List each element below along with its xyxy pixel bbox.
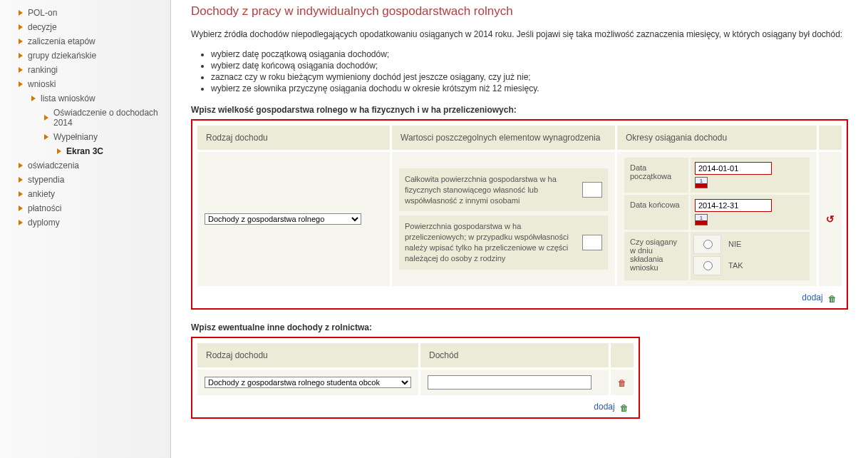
sidebar-item[interactable]: Ekran 3C bbox=[6, 144, 170, 158]
sidebar-item[interactable]: zaliczenia etapów bbox=[6, 34, 170, 49]
values-cell: Całkowita powierzchnia gospodarstwa w ha… bbox=[392, 152, 615, 286]
bullet-icon bbox=[19, 53, 23, 58]
sidebar-item[interactable]: POL-on bbox=[6, 6, 170, 20]
sidebar: POL-ondecyzjezaliczenia etapówgrupy dzie… bbox=[0, 0, 171, 458]
sidebar-item-label: rankingi bbox=[28, 65, 58, 75]
sidebar-item[interactable]: stypendia bbox=[6, 173, 170, 187]
intro-bullet: wybierz ze słownika przyczynę osiągania … bbox=[211, 83, 848, 93]
sidebar-item-label: dyplomy bbox=[28, 218, 60, 228]
sidebar-item[interactable]: Wypełniany bbox=[6, 130, 170, 144]
calendar-icon[interactable]: 1 bbox=[695, 214, 708, 225]
bullet-icon bbox=[19, 10, 23, 16]
sidebar-item[interactable]: wnioski bbox=[6, 77, 170, 91]
sidebar-item-label: zaliczenia etapów bbox=[28, 36, 95, 46]
delete-row-icon[interactable] bbox=[826, 213, 835, 225]
bullet-icon bbox=[44, 115, 48, 121]
area-physical-label: Całkowita powierzchnia gospodarstwa w ha… bbox=[405, 174, 575, 206]
bullet-icon bbox=[19, 205, 23, 211]
current-no-label: NIE bbox=[721, 237, 807, 251]
sidebar-item-label: decyzje bbox=[28, 22, 57, 32]
area-converted-input[interactable] bbox=[582, 235, 602, 250]
sidebar-item[interactable]: Oświadczenie o dochodach 2014 bbox=[6, 106, 170, 130]
sidebar-item-label: grupy dziekańskie bbox=[28, 51, 96, 61]
date-start-label: Data początkowa bbox=[624, 158, 688, 193]
page-title: Dochody z pracy w indywidualnych gospoda… bbox=[191, 4, 848, 19]
intro-bullets: wybierz datę początkową osiągania dochod… bbox=[191, 49, 848, 93]
sidebar-item[interactable]: rankingi bbox=[6, 63, 170, 77]
bullet-icon bbox=[19, 67, 23, 73]
sidebar-item-label: lista wniosków bbox=[41, 93, 95, 103]
date-start-input[interactable] bbox=[695, 162, 772, 175]
other-income-input[interactable] bbox=[428, 375, 591, 390]
add-row-icon[interactable] bbox=[828, 292, 837, 304]
date-end-label: Data końcowa bbox=[624, 195, 688, 230]
sidebar-item-label: płatności bbox=[28, 203, 61, 213]
bullet-icon bbox=[19, 191, 23, 197]
col2-income-header: Dochód bbox=[420, 343, 609, 367]
bullet-icon bbox=[19, 81, 23, 87]
intro-bullet: wybierz datę początkową osiągania dochod… bbox=[211, 49, 848, 59]
row-action-cell bbox=[819, 152, 842, 286]
sidebar-item-label: Oświadczenie o dochodach 2014 bbox=[53, 108, 170, 128]
sidebar-item[interactable]: oświadczenia bbox=[6, 158, 170, 173]
bullet-icon bbox=[19, 24, 23, 30]
other-kind-select[interactable]: Dochody z gospodarstwa rolnego studenta … bbox=[205, 377, 411, 388]
sidebar-item[interactable]: lista wniosków bbox=[6, 91, 170, 106]
area-physical-input[interactable] bbox=[582, 182, 602, 198]
intro-bullet: wybierz datę końcową osiągania dochodów; bbox=[211, 61, 848, 71]
col-periods-header: Okresy osiągania dochodu bbox=[617, 126, 817, 150]
sidebar-item-label: wnioski bbox=[28, 79, 56, 89]
bullet-icon bbox=[44, 134, 48, 140]
sidebar-item-label: stypendia bbox=[28, 175, 64, 185]
sidebar-item-label: oświadczenia bbox=[28, 161, 79, 171]
sidebar-item-label: ankiety bbox=[28, 189, 55, 199]
current-yes-label: TAK bbox=[721, 258, 807, 273]
col-action-header bbox=[819, 126, 842, 150]
calendar-icon[interactable]: 1 bbox=[695, 177, 708, 188]
add-row-icon[interactable] bbox=[620, 402, 629, 413]
section1-heading: Wpisz wielkość gospodarstwa rolnego w ha… bbox=[191, 105, 848, 115]
date-end-input[interactable] bbox=[695, 199, 772, 212]
col2-action-header bbox=[611, 343, 634, 367]
col2-kind-header: Rodzaj dochodu bbox=[197, 343, 418, 367]
income-kind-select[interactable]: Dochody z gospodarstwa rolnego bbox=[205, 213, 361, 225]
col-kind-header: Rodzaj dochodu bbox=[197, 126, 390, 150]
sidebar-item[interactable]: grupy dziekańskie bbox=[6, 49, 170, 63]
add-row-link[interactable]: dodaj bbox=[594, 402, 614, 412]
bullet-icon bbox=[19, 220, 23, 225]
sidebar-item[interactable]: decyzje bbox=[6, 20, 170, 34]
add-row-link[interactable]: dodaj bbox=[802, 292, 822, 302]
current-no-radio[interactable] bbox=[703, 240, 713, 249]
col-values-header: Wartosci poszczegolnych elementow wynagr… bbox=[392, 126, 615, 150]
sidebar-item[interactable]: ankiety bbox=[6, 187, 170, 201]
section2-heading: Wpisz ewentualne inne dochody z rolnictw… bbox=[191, 322, 848, 332]
intro-text: Wybierz źródła dochodów niepodlegających… bbox=[191, 29, 848, 41]
periods-cell: Data początkowa 1 Data końcowa 1 Czy osi… bbox=[617, 152, 817, 286]
current-yes-radio[interactable] bbox=[703, 261, 713, 270]
sidebar-item-label: Ekran 3C bbox=[66, 146, 103, 156]
current-income-label: Czy osiągany w dniu składania wniosku bbox=[624, 232, 688, 280]
sidebar-item[interactable]: płatności bbox=[6, 201, 170, 215]
form-box-2: Rodzaj dochodu Dochód Dochody z gospodar… bbox=[191, 337, 640, 419]
bullet-icon bbox=[19, 177, 23, 183]
form-box-1: Rodzaj dochodu Wartosci poszczegolnych e… bbox=[191, 119, 848, 310]
bullet-icon bbox=[19, 163, 23, 168]
delete-row-icon[interactable] bbox=[618, 377, 626, 388]
area-converted-label: Powierzchnia gospodarstwa w ha przelicze… bbox=[405, 221, 575, 263]
sidebar-item-label: POL-on bbox=[28, 8, 57, 18]
intro-bullet: zaznacz czy w roku bieżącym wymieniony d… bbox=[211, 72, 848, 82]
kind-cell: Dochody z gospodarstwa rolnego bbox=[197, 152, 390, 286]
bullet-icon bbox=[31, 96, 36, 101]
main-content: Dochody z pracy w indywidualnych gospoda… bbox=[171, 0, 868, 458]
sidebar-item-label: Wypełniany bbox=[53, 132, 98, 142]
sidebar-item[interactable]: dyplomy bbox=[6, 215, 170, 230]
bullet-icon bbox=[57, 148, 61, 154]
bullet-icon bbox=[19, 39, 23, 44]
